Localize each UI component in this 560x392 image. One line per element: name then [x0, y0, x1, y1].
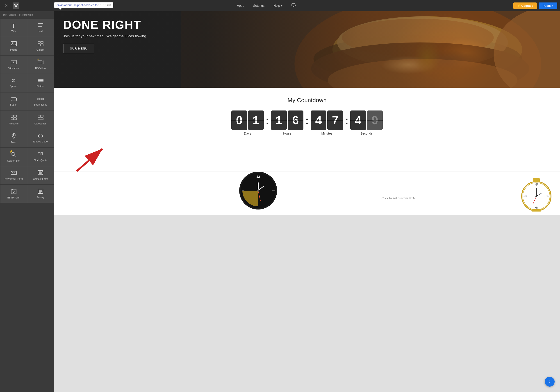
upgrade-button[interactable]: ⚡ Upgrade	[513, 2, 537, 9]
svg-rect-2	[292, 4, 295, 6]
help-nav-button[interactable]: Help ▾	[272, 3, 284, 8]
sidebar-item-slideshow[interactable]: Slideshow	[0, 56, 27, 74]
categories-icon	[38, 115, 43, 121]
timer-seconds-digits: 4 9	[350, 111, 383, 130]
title-icon: T	[12, 23, 16, 29]
map-icon	[11, 133, 16, 140]
svg-point-38	[13, 134, 14, 136]
arrow-container	[54, 144, 560, 171]
timer-second-tens: 4	[350, 111, 366, 130]
timer-days-digits: 0 1	[231, 111, 264, 130]
sidebar-item-contact-form[interactable]: Contact Form	[27, 166, 54, 184]
sidebar-item-categories[interactable]: Categories	[27, 111, 54, 129]
timer-seconds-label: Seconds	[360, 132, 373, 135]
svg-rect-34	[14, 118, 16, 120]
hero-cta-button[interactable]: OUR MENU	[63, 44, 94, 53]
tooltip-dims: 1010 × 0	[100, 4, 111, 7]
timer-day-ones: 1	[248, 111, 264, 130]
search-box-icon: ⚡	[11, 152, 16, 158]
svg-rect-13	[41, 44, 43, 46]
sidebar-item-button-label: Button	[10, 103, 17, 106]
svg-line-65	[77, 149, 102, 171]
timer-hours-label: Hours	[283, 132, 291, 135]
sidebar-item-divider[interactable]: Divider	[27, 74, 54, 92]
bottom-section: 12	[54, 171, 560, 215]
html-placeholder[interactable]: Click to set custom HTML	[282, 181, 517, 215]
timer-colon-3: :	[345, 115, 349, 126]
device-toggle-button[interactable]	[290, 2, 298, 9]
sidebar-item-contact-form-label: Contact Form	[33, 178, 48, 180]
sidebar-item-text[interactable]: Text	[27, 19, 54, 37]
timer-days-label: Days	[244, 132, 251, 135]
sidebar-item-search-box[interactable]: ⚡ Search Box	[0, 148, 27, 166]
sidebar-item-embed-code[interactable]: Embed Code	[27, 129, 54, 147]
svg-rect-37	[38, 118, 43, 120]
sidebar-item-map[interactable]: Map	[0, 129, 27, 147]
svg-rect-93	[532, 209, 541, 211]
slideshow-icon	[11, 60, 17, 66]
red-arrow	[68, 144, 113, 173]
clock-area: 12	[54, 172, 282, 215]
timer-seconds-group: 4 9 Seconds	[350, 111, 383, 135]
timer-minutes-label: Minutes	[321, 132, 332, 135]
sidebar-item-image-label: Image	[10, 48, 17, 51]
svg-text:": "	[41, 153, 42, 155]
weebly-logo: W	[12, 2, 20, 9]
sidebar-item-rsvp-form[interactable]: RSVP Form	[0, 185, 27, 203]
apps-nav-button[interactable]: Apps	[235, 3, 246, 8]
sidebar-item-map-label: Map	[11, 141, 16, 143]
divider-icon	[38, 78, 43, 84]
sidebar-item-social-icons[interactable]: Social Icons	[27, 93, 54, 111]
svg-line-40	[14, 155, 16, 157]
svg-rect-3	[295, 4, 296, 6]
sidebar-item-title[interactable]: T Title	[0, 19, 27, 37]
close-button[interactable]: ✕	[3, 2, 10, 9]
hero-section: DONE RIGHT Join us for your next meal. W…	[54, 11, 560, 88]
sidebar-item-text-label: Text	[38, 30, 43, 32]
topbar-left: ✕ W	[3, 2, 20, 9]
svg-point-95	[550, 382, 550, 383]
sidebar-item-image[interactable]: Image	[0, 37, 27, 55]
svg-point-39	[12, 152, 15, 155]
sidebar-item-hd-video[interactable]: ⚡ HD Video	[27, 56, 54, 74]
sidebar-item-rsvp-form-label: RSVP Form	[7, 196, 20, 199]
settings-nav-button[interactable]: Settings	[251, 3, 267, 8]
image-icon	[11, 41, 17, 47]
sidebar-item-gallery[interactable]: Gallery	[27, 37, 54, 55]
sidebar-item-spacer[interactable]: Spacer	[0, 74, 27, 92]
newsletter-form-icon	[11, 171, 17, 176]
ornate-clock: XII VI IX III	[520, 176, 553, 212]
analog-clock-dark: 12	[239, 172, 277, 210]
timer-minutes-digits: 4 7	[311, 111, 343, 130]
gallery-icon	[38, 41, 43, 47]
publish-button[interactable]: Publish	[539, 2, 557, 9]
elements-grid: T Title Text	[0, 18, 54, 203]
svg-rect-33	[11, 118, 13, 120]
topbar-nav: Apps Settings Help ▾	[235, 2, 298, 9]
timer-hours-digits: 1 6	[271, 111, 303, 130]
svg-rect-52	[38, 189, 43, 193]
button-icon	[11, 97, 17, 102]
canvas: DONE RIGHT Join us for your next meal. W…	[54, 11, 560, 392]
svg-marker-15	[13, 61, 15, 63]
timer-minute-tens: 4	[311, 111, 326, 130]
sidebar-item-divider-label: Divider	[37, 85, 44, 87]
sidebar-item-spacer-label: Spacer	[10, 85, 18, 87]
sidebar-item-block-quote-label: Block Quote	[34, 159, 47, 162]
sidebar-item-button[interactable]: Button	[0, 93, 27, 111]
timer-days-group: 0 1 Days	[231, 111, 264, 135]
help-bubble-button[interactable]	[545, 377, 555, 387]
hero-content: DONE RIGHT Join us for your next meal. W…	[54, 11, 560, 60]
sidebar-item-survey[interactable]: Survey	[27, 185, 54, 203]
timer-minute-ones: 7	[327, 111, 343, 130]
topbar: ✕ W div#platform-snippet-code-editor 101…	[0, 0, 560, 11]
svg-text:W: W	[14, 4, 18, 8]
block-quote-icon: " "	[38, 152, 43, 158]
products-icon	[11, 115, 17, 121]
html-placeholder-text: Click to set custom HTML	[382, 196, 417, 200]
sidebar-item-products-label: Products	[9, 122, 19, 125]
sidebar-section-title: INDIVIDUAL ELEMENTS	[0, 11, 54, 18]
sidebar-item-block-quote[interactable]: " " Block Quote	[27, 148, 54, 166]
sidebar-item-newsletter-form[interactable]: Newsletter Form	[0, 166, 27, 184]
sidebar-item-products[interactable]: Products	[0, 111, 27, 129]
